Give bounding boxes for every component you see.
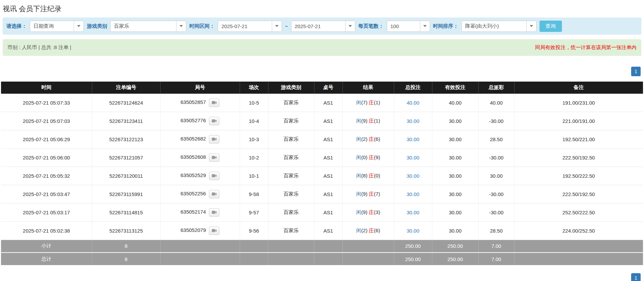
cell-payout: 30.00 [478, 167, 514, 185]
view-round-video-button[interactable] [209, 99, 219, 107]
total-bet-link[interactable]: 30.00 [407, 228, 420, 234]
cell-note: 191.00/231.00 [514, 93, 643, 112]
game-type-select[interactable]: 百家乐 [110, 21, 186, 32]
cell-table-no: AS1 [314, 130, 342, 148]
result-player-score: (2) [361, 228, 367, 233]
cell-round-id: 635052529 [160, 167, 240, 185]
view-round-video-button[interactable] [209, 190, 219, 198]
cell-round-id: 635052256 [160, 185, 240, 203]
pagination-bottom: 1 [3, 273, 641, 281]
total-bet-link[interactable]: 30.00 [407, 173, 420, 179]
table-row: 2025-07-21 05:03:17522673114815635052174… [1, 203, 643, 221]
cell-round-id: 635052682 [160, 130, 240, 148]
cell-session: 9-58 [240, 185, 268, 203]
cell-valid-bet: 40.00 [432, 93, 478, 112]
total-bet-link[interactable]: 30.00 [407, 191, 420, 197]
total-bet-link[interactable]: 30.00 [407, 210, 420, 215]
view-round-video-button[interactable] [209, 226, 219, 235]
cell-total-bet: 30.00 [394, 130, 432, 148]
header-game-type: 游戏类别 [268, 82, 314, 93]
cell-table-no: AS1 [314, 221, 342, 240]
cell-bet-id: 522673124624 [92, 93, 160, 112]
total-bet-link[interactable]: 40.00 [407, 100, 420, 106]
round-number: 635052608 [181, 154, 206, 160]
cell-game-type: 百家乐 [268, 185, 314, 203]
table-row: 2025-07-21 05:06:29522673122123635052682… [1, 130, 643, 148]
result-banker-score: (9) [374, 154, 380, 160]
pagination-top: 1 [3, 67, 641, 76]
total-bet-link[interactable]: 30.00 [407, 136, 420, 142]
filter-bar: 请选择： 日期查询 游戏类别 百家乐 时间区间： 2025-07-21 ~ 20… [3, 18, 641, 35]
view-round-video-button[interactable] [209, 135, 219, 144]
cell-valid-bet: 30.00 [432, 167, 478, 185]
result-banker: 庄 [369, 173, 374, 178]
cell-session: 10-4 [240, 112, 268, 130]
page-size-select[interactable]: 100 [387, 21, 430, 32]
cell-session: 10-2 [240, 148, 268, 167]
result-banker-score: (3) [374, 209, 380, 215]
video-icon [212, 174, 217, 178]
total-bet-link[interactable]: 30.00 [407, 118, 420, 124]
chevron-down-icon[interactable] [526, 21, 536, 31]
query-mode-select[interactable]: 日期查询 [30, 21, 84, 32]
cell-bet-id: 522673120011 [92, 167, 160, 185]
cell-table-no: AS1 [314, 93, 342, 112]
chevron-down-icon[interactable] [74, 21, 84, 31]
cell-payout: -30.00 [478, 203, 514, 221]
chevron-down-icon[interactable] [272, 21, 282, 31]
subtotal-valid-bet: 250.00 [432, 240, 478, 253]
result-banker-score: (1) [374, 100, 380, 105]
header-round-id: 局号 [160, 82, 240, 93]
page-1-button[interactable]: 1 [631, 273, 641, 281]
game-type-label: 游戏类别 [87, 23, 107, 29]
cell-result: 闲(7) 庄(1) [342, 93, 394, 112]
table-row: 2025-07-21 05:03:47522673115991635052256… [1, 185, 643, 203]
cell-note: 192.50/221.00 [514, 130, 643, 148]
chevron-down-icon[interactable] [345, 21, 355, 31]
date-to-select[interactable]: 2025-07-21 [291, 21, 355, 32]
chevron-down-icon[interactable] [420, 21, 430, 31]
cell-valid-bet: 30.00 [432, 148, 478, 167]
date-from-select[interactable]: 2025-07-21 [218, 21, 282, 32]
time-sort-select[interactable]: 降幂(由大到小) [461, 21, 536, 32]
cell-total-bet: 30.00 [394, 203, 432, 221]
page-size-value: 100 [387, 21, 420, 31]
search-button[interactable]: 查询 [540, 21, 562, 32]
result-player-score: (9) [361, 191, 367, 197]
subtotal-payout: 7.00 [478, 240, 514, 253]
date-from-value: 2025-07-21 [218, 21, 272, 31]
header-bet-id: 注单编号 [92, 82, 160, 93]
view-round-video-button[interactable] [209, 153, 219, 162]
view-round-video-button[interactable] [209, 172, 219, 180]
cell-payout: -30.00 [478, 112, 514, 130]
cell-time: 2025-07-21 05:06:00 [1, 148, 92, 167]
total-bet-link[interactable]: 30.00 [407, 155, 420, 160]
header-note: 备注 [514, 82, 643, 93]
view-round-video-button[interactable] [209, 208, 219, 217]
result-banker-score: (6) [374, 228, 380, 233]
video-icon [212, 155, 217, 159]
chevron-down-icon[interactable] [176, 21, 186, 31]
page-title: 视讯 会员下注纪录 [3, 4, 641, 14]
view-round-video-button[interactable] [209, 117, 219, 125]
round-number: 635052174 [181, 209, 206, 215]
page-1-button[interactable]: 1 [631, 67, 641, 76]
cell-payout: -30.00 [478, 185, 514, 203]
cell-session: 10-5 [240, 93, 268, 112]
subtotal-total-bet: 250.00 [394, 240, 432, 253]
cell-payout: 28.50 [478, 130, 514, 148]
cell-payout: 28.50 [478, 221, 514, 240]
cell-total-bet: 30.00 [394, 221, 432, 240]
cell-payout: 40.00 [478, 93, 514, 112]
header-valid-bet: 有效投注 [432, 82, 478, 93]
cell-total-bet: 30.00 [394, 148, 432, 167]
subtotal-label: 小计 [1, 240, 92, 253]
video-icon [212, 192, 217, 196]
summary-bar: 币别 : 人民币 | 总共 :8 注单 | 同局有效投注，统一计算在该局第一张注… [3, 39, 641, 56]
cell-result: 闲(9) 庄(7) [342, 185, 394, 203]
result-player: 闲 [356, 173, 361, 178]
cell-round-id: 635052174 [160, 203, 240, 221]
table-header: 时间 注单编号 局号 场次 游戏类别 桌号 结果 总投注 有效投注 总派彩 备注 [1, 82, 643, 93]
valid-bet-notice-text: 同局有效投注，统一计算在该局第一张注单内 [535, 44, 637, 51]
cell-game-type: 百家乐 [268, 148, 314, 167]
